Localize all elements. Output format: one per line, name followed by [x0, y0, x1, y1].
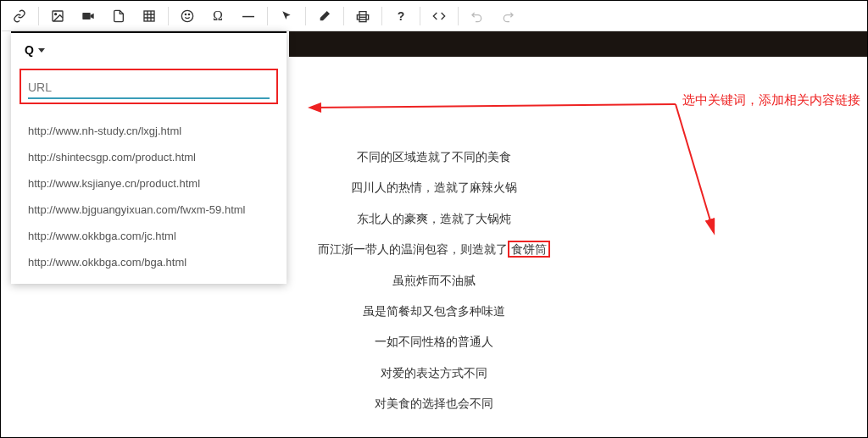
emoji-icon[interactable] [172, 3, 203, 30]
hr-icon[interactable]: — [233, 3, 264, 30]
url-suggestions: http://www.nh-study.cn/lxgj.html http://… [11, 113, 287, 284]
annotation-text: 选中关键词，添加相关内容链接 [682, 92, 860, 108]
print-icon[interactable] [348, 3, 378, 30]
url-input-highlight [19, 69, 278, 104]
selected-keyword[interactable]: 食饼筒 [508, 241, 550, 258]
url-suggestion[interactable]: http://www.ksjianye.cn/product.html [11, 170, 287, 197]
svg-point-4 [181, 10, 192, 21]
url-suggestion[interactable]: http://www.okkbga.com/jc.html [11, 223, 287, 249]
image-icon[interactable] [42, 3, 73, 30]
code-icon[interactable] [424, 3, 454, 30]
cursor-icon[interactable] [271, 3, 302, 30]
url-suggestion[interactable]: http://www.okkbga.com/bga.html [11, 249, 287, 275]
url-suggestion[interactable]: http://shintecsgp.com/product.html [11, 144, 287, 170]
url-input[interactable] [28, 77, 270, 99]
url-suggestion[interactable]: http://www.bjguangyixuan.com/fwxm-59.htm… [11, 197, 287, 223]
link-icon[interactable] [4, 3, 35, 30]
editor-toolbar: Ω — ? [1, 1, 867, 31]
separator [458, 7, 459, 25]
erase-icon[interactable] [309, 3, 340, 30]
header-strip [289, 31, 867, 57]
video-icon[interactable] [73, 3, 103, 30]
separator [343, 7, 344, 25]
separator [420, 7, 420, 25]
separator [381, 7, 382, 25]
help-icon[interactable]: ? [386, 3, 416, 30]
search-row[interactable]: Q [11, 33, 287, 64]
undo-icon[interactable] [462, 3, 492, 30]
svg-point-5 [185, 14, 186, 14]
svg-rect-3 [144, 11, 154, 21]
content-line: 对美食的选择也会不同 [1, 388, 867, 419]
link-dropdown: Q http://www.nh-study.cn/lxgj.html http:… [11, 31, 287, 284]
svg-point-6 [188, 14, 189, 14]
separator [168, 7, 169, 25]
separator [38, 7, 39, 25]
table-icon[interactable] [134, 3, 164, 30]
separator [305, 7, 306, 25]
content-line: 对爱的表达方式不同 [1, 358, 867, 388]
content-line: 虽是简餐却又包含多种味道 [1, 296, 867, 326]
search-icon: Q [25, 43, 34, 57]
svg-rect-2 [82, 13, 90, 19]
content-text: 而江浙一带人的温润包容，则造就了 [318, 242, 508, 256]
content-line: 一如不同性格的普通人 [1, 326, 867, 357]
svg-point-1 [55, 13, 57, 14]
separator [267, 7, 268, 25]
redo-icon[interactable] [492, 3, 523, 30]
omega-icon[interactable]: Ω [203, 3, 233, 30]
file-icon[interactable] [103, 3, 134, 30]
chevron-down-icon [38, 48, 45, 53]
url-suggestion[interactable]: http://www.nh-study.cn/lxgj.html [11, 118, 287, 144]
